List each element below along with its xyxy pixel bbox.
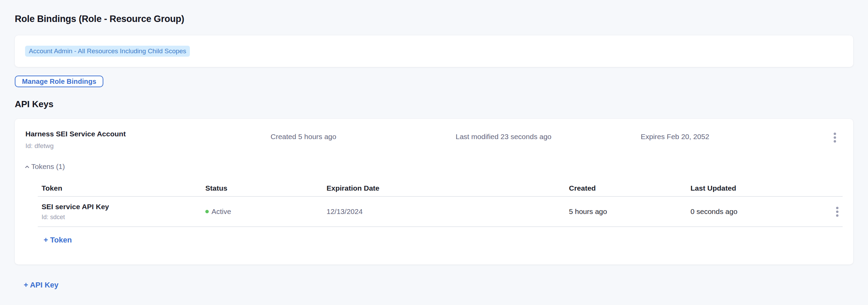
status-dot-icon xyxy=(205,210,209,213)
token-last-updated: 0 seconds ago xyxy=(687,207,827,216)
token-created: 5 hours ago xyxy=(565,207,687,216)
column-header-created: Created xyxy=(565,184,687,192)
column-header-last-updated: Last Updated xyxy=(687,184,827,192)
tokens-toggle-label: Tokens (1) xyxy=(31,162,65,171)
account-expires-label: Expires Feb 20, 2052 xyxy=(641,133,709,141)
page-title: Role Bindings (Role - Resource Group) xyxy=(15,14,853,24)
token-expiration-date: 12/13/2024 xyxy=(323,207,565,216)
account-created-label: Created 5 hours ago xyxy=(271,133,336,141)
token-table-header: Token Status Expiration Date Created Las… xyxy=(38,180,843,197)
account-last-modified-label: Last modified 23 seconds ago xyxy=(456,133,551,141)
manage-role-bindings-button[interactable]: Manage Role Bindings xyxy=(15,76,103,87)
tokens-collapse-toggle[interactable]: Tokens (1) xyxy=(24,162,65,171)
column-header-token: Token xyxy=(38,184,202,192)
token-status-cell: Active xyxy=(202,207,323,216)
column-header-expiration-date: Expiration Date xyxy=(323,184,565,192)
api-keys-heading: API Keys xyxy=(15,100,853,109)
main-content: Role Bindings (Role - Resource Group) Ac… xyxy=(0,0,868,289)
service-account-header: Harness SEI Service Account Id: dfetwg C… xyxy=(15,119,853,152)
service-account-name: Harness SEI Service Account xyxy=(25,130,126,138)
token-name: SEI service API Key xyxy=(42,203,202,211)
add-api-key-button[interactable]: + API Key xyxy=(24,281,58,289)
role-binding-badge: Account Admin - All Resources Including … xyxy=(25,46,190,57)
kebab-menu-icon[interactable] xyxy=(832,205,841,219)
service-account-id: Id: dfetwg xyxy=(25,142,54,150)
table-row: SEI service API Key Id: sdcet Active 12/… xyxy=(38,197,843,227)
add-token-button[interactable]: + Token xyxy=(44,236,72,244)
token-table: Token Status Expiration Date Created Las… xyxy=(38,180,843,227)
token-id: Id: sdcet xyxy=(42,214,202,221)
chevron-up-icon xyxy=(24,163,30,170)
column-header-status: Status xyxy=(202,184,323,192)
role-bindings-card: Account Admin - All Resources Including … xyxy=(15,35,853,67)
token-name-cell: SEI service API Key Id: sdcet xyxy=(38,203,202,221)
kebab-menu-icon[interactable] xyxy=(832,131,838,145)
status-badge: Active xyxy=(212,207,231,216)
api-key-card: Harness SEI Service Account Id: dfetwg C… xyxy=(15,119,853,264)
